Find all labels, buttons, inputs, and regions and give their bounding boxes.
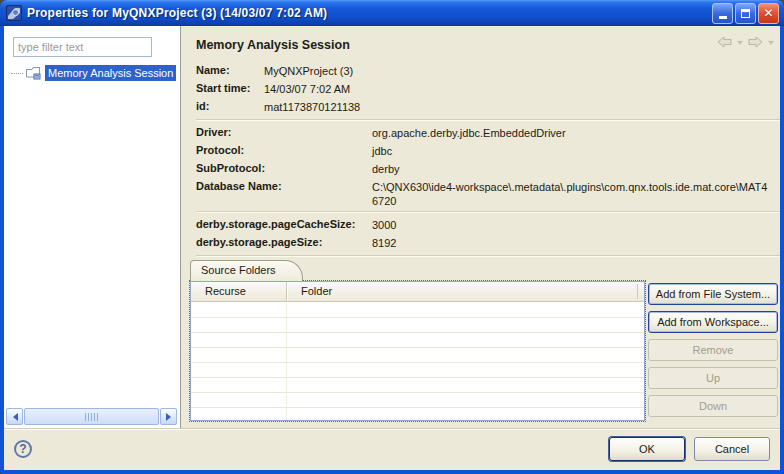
property-row-page-size: derby.storage.pageSize: 8192	[196, 234, 780, 252]
forward-dropdown-caret-icon[interactable]	[768, 41, 774, 48]
help-question-icon[interactable]: ?	[14, 440, 32, 458]
table-empty-row	[191, 348, 644, 363]
footer-buttons: OK Cancel	[609, 437, 770, 461]
property-row-page-cache-size: derby.storage.pageCacheSize: 3000	[196, 216, 780, 234]
close-glyph: ✕	[763, 7, 773, 19]
property-label: SubProtocol:	[196, 160, 372, 174]
property-value: 3000	[372, 216, 780, 232]
titlebar[interactable]: Properties for MyQNXProject (3) (14/03/0…	[0, 0, 784, 26]
property-row-name: Name: MyQNXProject (3)	[196, 62, 780, 80]
horizontal-scrollbar[interactable]	[6, 408, 177, 425]
footer-bar: ? OK Cancel	[4, 428, 780, 470]
property-label: derby.storage.pageSize:	[196, 234, 372, 248]
property-label: id:	[196, 98, 264, 112]
forward-arrow-icon[interactable]	[746, 34, 765, 50]
header-end-divider	[637, 284, 638, 299]
sidebar-item-memory-analysis-session[interactable]: Memory Analysis Session	[4, 64, 180, 82]
ok-button[interactable]: OK	[609, 437, 685, 461]
remove-button[interactable]: Remove	[648, 339, 778, 361]
tab-label: Source Folders	[201, 264, 276, 276]
analysis-session-folder-icon	[25, 65, 42, 81]
scrollbar-thumb[interactable]	[24, 408, 159, 425]
table-header: Recurse Folder	[191, 282, 644, 302]
separator	[196, 119, 780, 121]
property-value: mat1173870121138	[264, 98, 780, 114]
property-row-protocol: Protocol: jdbc	[196, 142, 780, 160]
properties-dialog: Properties for MyQNXProject (3) (14/03/0…	[0, 0, 784, 474]
content-panel: Memory Analysis Session Name: MyQNXProje…	[182, 26, 780, 428]
minimize-icon[interactable]	[712, 3, 733, 24]
scroll-left-arrow-icon[interactable]	[6, 408, 23, 425]
table-empty-row	[191, 408, 644, 420]
sidebar: Memory Analysis Session	[4, 26, 181, 428]
property-value: derby	[372, 160, 780, 176]
dialog-body: Memory Analysis Session Memory Analysis …	[4, 26, 780, 470]
properties-list: Name: MyQNXProject (3) Start time: 14/03…	[182, 56, 780, 257]
scrollbar-grip	[85, 413, 99, 421]
property-row-database-name: Database Name: C:\QNX630\ide4-workspace\…	[196, 178, 780, 208]
property-value: MyQNXProject (3)	[264, 62, 780, 78]
cancel-button[interactable]: Cancel	[694, 437, 770, 461]
maximize-glyph	[741, 9, 750, 18]
property-label: Name:	[196, 62, 264, 76]
table-empty-row	[191, 393, 644, 408]
table-empty-row	[191, 303, 644, 318]
table-body[interactable]	[191, 303, 644, 420]
down-button[interactable]: Down	[648, 395, 778, 417]
source-folders-section: Source Folders Recurse Folder	[190, 260, 780, 428]
separator	[196, 211, 780, 213]
left-triangle	[9, 413, 18, 421]
column-header-recurse[interactable]: Recurse	[191, 282, 287, 301]
property-label: Start time:	[196, 80, 264, 94]
window-icon	[6, 5, 22, 21]
table-empty-row	[191, 318, 644, 333]
filter-input[interactable]	[13, 37, 152, 57]
titlebar-buttons: ✕	[712, 3, 779, 24]
right-triangle	[166, 413, 175, 421]
maximize-icon[interactable]	[735, 3, 756, 24]
property-label: derby.storage.pageCacheSize:	[196, 216, 372, 230]
property-value: org.apache.derby.jdbc.EmbeddedDriver	[372, 124, 780, 140]
tree-connector	[11, 73, 23, 74]
property-value: 8192	[372, 234, 780, 250]
scroll-right-arrow-icon[interactable]	[160, 408, 177, 425]
back-arrow-icon[interactable]	[715, 34, 734, 50]
property-label: Database Name:	[196, 178, 372, 192]
column-header-folder[interactable]: Folder	[287, 282, 644, 301]
property-row-id: id: mat1173870121138	[196, 98, 780, 116]
sidebar-item-label: Memory Analysis Session	[45, 65, 176, 81]
source-folders-table[interactable]: Recurse Folder	[190, 281, 645, 421]
property-row-subprotocol: SubProtocol: derby	[196, 160, 780, 178]
table-actions: Add from File System... Add from Workspa…	[648, 283, 778, 417]
up-button[interactable]: Up	[648, 367, 778, 389]
add-from-file-system-button[interactable]: Add from File System...	[648, 283, 778, 305]
table-empty-row	[191, 333, 644, 348]
table-empty-row	[191, 378, 644, 393]
table-empty-row	[191, 363, 644, 378]
minimize-glyph	[719, 16, 727, 19]
property-label: Protocol:	[196, 142, 372, 156]
property-value: jdbc	[372, 142, 780, 158]
close-icon[interactable]: ✕	[758, 3, 779, 24]
property-value: C:\QNX630\ide4-workspace\.metadata\.plug…	[372, 178, 780, 208]
content-header: Memory Analysis Session	[182, 26, 780, 56]
property-value: 14/03/07 7:02 AM	[264, 80, 780, 96]
property-row-driver: Driver: org.apache.derby.jdbc.EmbeddedDr…	[196, 124, 780, 142]
tab-source-folders[interactable]: Source Folders	[190, 260, 303, 281]
window-title: Properties for MyQNXProject (3) (14/03/0…	[27, 6, 712, 20]
property-label: Driver:	[196, 124, 372, 138]
nav-arrows	[715, 34, 774, 50]
add-from-workspace-button[interactable]: Add from Workspace...	[648, 311, 778, 333]
property-row-start-time: Start time: 14/03/07 7:02 AM	[196, 80, 780, 98]
back-dropdown-caret-icon[interactable]	[737, 41, 743, 48]
page-title: Memory Analysis Session	[196, 38, 350, 52]
separator	[196, 255, 780, 257]
